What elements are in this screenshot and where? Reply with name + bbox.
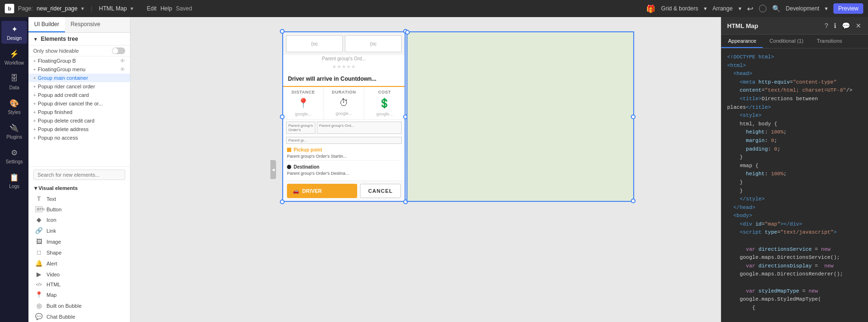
element-html[interactable]: </> HTML bbox=[28, 280, 130, 289]
element-button[interactable]: BTN Button bbox=[28, 204, 130, 214]
chat-bubble-element-icon: 💬 bbox=[35, 313, 43, 320]
edit-button[interactable]: Edit bbox=[147, 5, 157, 12]
data-icon: 🗄 bbox=[9, 73, 19, 84]
page-dropdown-icon[interactable]: ▾ bbox=[81, 5, 84, 12]
circle-icon bbox=[759, 5, 766, 12]
sidebar-item-data[interactable]: 🗄 Data bbox=[1, 70, 27, 93]
canvas-area: ◀ (nc (nc Parent group's Ord... ★★★★★ bbox=[130, 17, 721, 322]
tree-item-popup-credit[interactable]: + Popup add credit card bbox=[28, 91, 130, 99]
preview-button[interactable]: Preview bbox=[833, 3, 863, 14]
plus-icon-8: + bbox=[33, 118, 36, 123]
sidebar-item-design[interactable]: ✦ Design bbox=[1, 21, 27, 44]
tab-transitions[interactable]: Transitions bbox=[810, 35, 849, 48]
code-area[interactable]: <!DOCTYPE html> <html> <head> <meta http… bbox=[721, 48, 868, 322]
destination-dot bbox=[287, 165, 291, 169]
undo-icon[interactable]: ↩ bbox=[747, 4, 753, 13]
pickup-label-row: Pickup point bbox=[287, 147, 401, 154]
map-handle-mr bbox=[631, 114, 636, 119]
arrange-dropdown-icon[interactable]: ▾ bbox=[739, 5, 741, 12]
sidebar-item-styles[interactable]: 🎨 Styles bbox=[1, 95, 27, 118]
element-built-on-bubble[interactable]: ◎ Built on Bubble bbox=[28, 300, 130, 311]
saved-status: Saved bbox=[176, 5, 192, 12]
tree-item-floating-group-menu[interactable]: + FloatingGroup menu 👁 bbox=[28, 65, 130, 74]
plugins-icon: 🔌 bbox=[9, 123, 19, 133]
destination-label-row: Destination bbox=[287, 164, 401, 171]
element-map[interactable]: 📍 Map bbox=[28, 289, 130, 300]
element-alert[interactable]: 🔔 Alert bbox=[28, 258, 130, 269]
grid-dropdown-icon[interactable]: ▾ bbox=[704, 5, 707, 12]
topbar-separator-1: | bbox=[91, 5, 92, 12]
gift-icon: 🎁 bbox=[646, 4, 656, 13]
pickup-dot bbox=[287, 148, 291, 152]
tree-item-popup-rider[interactable]: + Popup rider cancel order bbox=[28, 82, 130, 91]
bottom-buttons: 🚗 DRIVER CANCEL bbox=[283, 180, 405, 201]
logs-icon: 📋 bbox=[9, 172, 19, 182]
visual-elements-header[interactable]: ▼ Visual elements bbox=[28, 183, 130, 193]
plus-icon-4: + bbox=[33, 84, 36, 89]
html-map-dropdown-icon[interactable]: ▾ bbox=[130, 5, 133, 12]
html-map-button[interactable]: HTML Map bbox=[99, 5, 127, 12]
settings-icon: ⚙ bbox=[9, 147, 19, 158]
logo: b bbox=[5, 4, 14, 13]
sidebar-item-logs[interactable]: 📋 Logs bbox=[1, 169, 27, 192]
tree-item-popup-delete-address[interactable]: + Popup delete address bbox=[28, 125, 130, 133]
development-button[interactable]: Development bbox=[786, 5, 820, 12]
development-dropdown-icon[interactable]: ▾ bbox=[825, 5, 828, 12]
parent-group-ord-dr: Parent group's Ord... bbox=[317, 122, 402, 134]
cancel-button[interactable]: CANCEL bbox=[360, 184, 401, 198]
element-text[interactable]: T Text bbox=[28, 193, 130, 204]
search-icon[interactable]: 🔍 bbox=[772, 5, 780, 12]
element-chat-bubble[interactable]: 💬 Chat Bubble bbox=[28, 311, 130, 322]
arrange-button[interactable]: Arrange bbox=[712, 5, 733, 12]
map-handle-br bbox=[631, 199, 636, 203]
element-shape[interactable]: □ Shape bbox=[28, 247, 130, 258]
sidebar-item-workflow[interactable]: ⚡ Workflow bbox=[1, 46, 27, 68]
topbar-right: 🎁 Grid & borders ▾ Arrange ▾ ↩ 🔍 Develop… bbox=[646, 3, 863, 14]
tree-item-floating-group-b[interactable]: + FloatingGroup B 👁 bbox=[28, 57, 130, 65]
tree-item-popup-no-access[interactable]: + Popup no access bbox=[28, 133, 130, 142]
parent-group-small: Parent group'sOrder's bbox=[286, 122, 315, 134]
tree-item-popup-delete-credit[interactable]: + Popup delete credit card bbox=[28, 116, 130, 125]
page-canvas: (nc (nc Parent group's Ord... ★★★★★ Driv… bbox=[282, 31, 406, 202]
comment-panel-button[interactable]: 💬 bbox=[841, 21, 851, 30]
collapse-handle[interactable]: ◀ bbox=[270, 160, 276, 179]
tree-item-popup-driver-cancel[interactable]: + Popup driver cancel the or... bbox=[28, 99, 130, 108]
driver-button[interactable]: 🚗 DRIVER bbox=[287, 184, 357, 198]
tree-toggle-arrow[interactable]: ▼ bbox=[33, 37, 38, 42]
help-button[interactable]: Help bbox=[160, 5, 172, 12]
tree-item-popup-finished[interactable]: + Popup finished bbox=[28, 108, 130, 116]
sidebar-item-settings[interactable]: ⚙ Settings bbox=[1, 144, 27, 167]
parent-group-row: Parent group'sOrder's Parent group's Ord… bbox=[283, 120, 405, 136]
main-layout: ✦ Design ⚡ Workflow 🗄 Data 🎨 Styles 🔌 Pl… bbox=[0, 17, 868, 322]
tree-item-group-main[interactable]: + Group main container bbox=[28, 74, 130, 82]
topbar: b Page: new_rider_page ▾ | HTML Map ▾ Ed… bbox=[0, 0, 868, 17]
eye-icon-1[interactable]: 👁 bbox=[120, 58, 125, 64]
shape-element-icon: □ bbox=[35, 249, 43, 256]
panel-title: HTML Map bbox=[727, 22, 820, 29]
canvas-parent-ord: Parent group's Ord... bbox=[283, 55, 405, 62]
text-element-icon: T bbox=[35, 195, 43, 202]
eye-icon-2[interactable]: 👁 bbox=[120, 66, 125, 72]
only-show-hideable-toggle[interactable] bbox=[112, 47, 125, 54]
sidebar-item-plugins[interactable]: 🔌 Plugins bbox=[1, 120, 27, 142]
grid-borders-button[interactable]: Grid & borders bbox=[661, 5, 698, 12]
left-panel: UI Builder Responsive ▼ Elements tree On… bbox=[28, 17, 130, 322]
tab-responsive[interactable]: Responsive bbox=[65, 17, 106, 32]
page-canvas-wrapper: (nc (nc Parent group's Ord... ★★★★★ Driv… bbox=[282, 31, 406, 202]
element-link[interactable]: 🔗 Link bbox=[28, 225, 130, 236]
workflow-icon: ⚡ bbox=[9, 48, 19, 59]
tab-conditional[interactable]: Conditional (1) bbox=[763, 35, 810, 48]
element-image[interactable]: 🖼 Image bbox=[28, 236, 130, 247]
sidebar-icons: ✦ Design ⚡ Workflow 🗄 Data 🎨 Styles 🔌 Pl… bbox=[0, 17, 28, 322]
element-video[interactable]: ▶ Video bbox=[28, 269, 130, 280]
destination-section: Destination Parent group's Order's Desti… bbox=[283, 163, 405, 179]
help-panel-button[interactable]: ? bbox=[823, 21, 829, 30]
element-icon[interactable]: ◆ Icon bbox=[28, 214, 130, 225]
tab-appearance[interactable]: Appearance bbox=[721, 35, 763, 48]
search-input[interactable] bbox=[33, 170, 125, 180]
tab-ui-builder[interactable]: UI Builder bbox=[28, 17, 65, 32]
info-panel-button[interactable]: ℹ bbox=[833, 21, 837, 30]
selection-handle-tl bbox=[280, 29, 285, 34]
alert-element-icon: 🔔 bbox=[35, 260, 43, 267]
close-panel-button[interactable]: ✕ bbox=[855, 21, 862, 30]
